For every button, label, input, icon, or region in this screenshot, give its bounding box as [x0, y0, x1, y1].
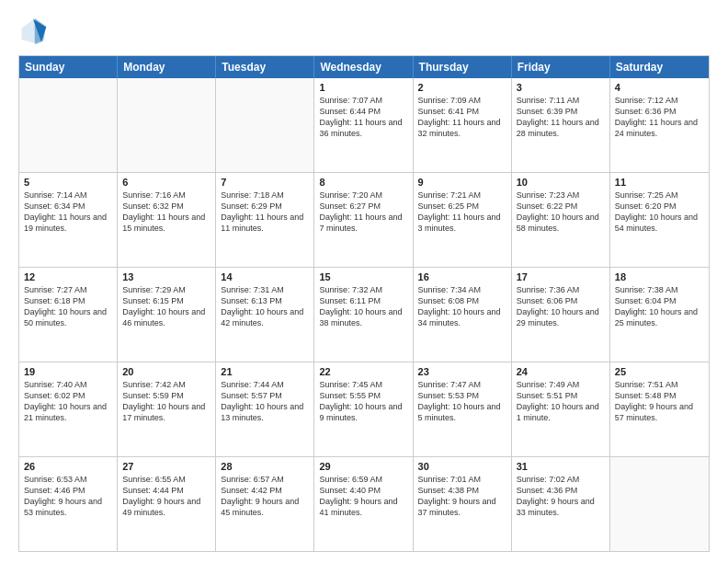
header-day-tuesday: Tuesday: [216, 56, 314, 78]
day-number: 19: [24, 366, 112, 377]
header-day-monday: Monday: [118, 56, 216, 78]
day-info: Sunrise: 7:12 AM Sunset: 6:36 PM Dayligh…: [615, 95, 704, 140]
day-23: 23Sunrise: 7:47 AM Sunset: 5:53 PM Dayli…: [414, 362, 512, 456]
day-14: 14Sunrise: 7:31 AM Sunset: 6:13 PM Dayli…: [216, 268, 314, 362]
day-info: Sunrise: 7:36 AM Sunset: 6:06 PM Dayligh…: [517, 284, 605, 329]
day-info: Sunrise: 6:55 AM Sunset: 4:44 PM Dayligh…: [122, 474, 210, 519]
logo-icon: [18, 17, 48, 46]
day-6: 6Sunrise: 7:16 AM Sunset: 6:32 PM Daylig…: [118, 173, 216, 267]
header-day-friday: Friday: [512, 56, 610, 78]
day-info: Sunrise: 7:09 AM Sunset: 6:41 PM Dayligh…: [418, 95, 506, 140]
day-info: Sunrise: 6:57 AM Sunset: 4:42 PM Dayligh…: [221, 474, 309, 519]
day-28: 28Sunrise: 6:57 AM Sunset: 4:42 PM Dayli…: [216, 457, 314, 551]
day-number: 27: [122, 461, 210, 472]
day-number: 3: [517, 82, 605, 93]
day-7: 7Sunrise: 7:18 AM Sunset: 6:29 PM Daylig…: [216, 173, 314, 267]
empty-cell: [19, 78, 118, 172]
day-number: 11: [615, 177, 704, 188]
day-info: Sunrise: 7:14 AM Sunset: 6:34 PM Dayligh…: [24, 190, 112, 235]
day-21: 21Sunrise: 7:44 AM Sunset: 5:57 PM Dayli…: [216, 362, 314, 456]
day-number: 13: [122, 271, 210, 282]
day-5: 5Sunrise: 7:14 AM Sunset: 6:34 PM Daylig…: [19, 173, 118, 267]
day-number: 30: [418, 461, 506, 472]
day-number: 14: [221, 271, 309, 282]
day-2: 2Sunrise: 7:09 AM Sunset: 6:41 PM Daylig…: [414, 78, 512, 172]
day-10: 10Sunrise: 7:23 AM Sunset: 6:22 PM Dayli…: [512, 173, 610, 267]
day-number: 6: [122, 177, 210, 188]
day-26: 26Sunrise: 6:53 AM Sunset: 4:46 PM Dayli…: [19, 457, 118, 551]
day-number: 23: [418, 366, 506, 377]
day-info: Sunrise: 7:32 AM Sunset: 6:11 PM Dayligh…: [319, 284, 407, 329]
day-info: Sunrise: 7:31 AM Sunset: 6:13 PM Dayligh…: [221, 284, 309, 329]
day-number: 7: [221, 177, 309, 188]
day-number: 31: [517, 461, 605, 472]
day-8: 8Sunrise: 7:20 AM Sunset: 6:27 PM Daylig…: [314, 173, 413, 267]
day-number: 15: [319, 271, 407, 282]
day-9: 9Sunrise: 7:21 AM Sunset: 6:25 PM Daylig…: [414, 173, 512, 267]
day-info: Sunrise: 7:20 AM Sunset: 6:27 PM Dayligh…: [319, 190, 407, 235]
day-number: 16: [418, 271, 506, 282]
day-24: 24Sunrise: 7:49 AM Sunset: 5:51 PM Dayli…: [512, 362, 610, 456]
day-info: Sunrise: 6:59 AM Sunset: 4:40 PM Dayligh…: [319, 474, 407, 519]
day-number: 26: [24, 461, 112, 472]
day-27: 27Sunrise: 6:55 AM Sunset: 4:44 PM Dayli…: [118, 457, 216, 551]
day-number: 12: [24, 271, 112, 282]
header-day-wednesday: Wednesday: [314, 56, 413, 78]
day-18: 18Sunrise: 7:38 AM Sunset: 6:04 PM Dayli…: [610, 268, 709, 362]
day-15: 15Sunrise: 7:32 AM Sunset: 6:11 PM Dayli…: [314, 268, 413, 362]
day-number: 8: [319, 177, 407, 188]
day-info: Sunrise: 7:21 AM Sunset: 6:25 PM Dayligh…: [418, 190, 506, 235]
day-info: Sunrise: 7:27 AM Sunset: 6:18 PM Dayligh…: [24, 284, 112, 329]
calendar: SundayMondayTuesdayWednesdayThursdayFrid…: [18, 55, 710, 552]
empty-cell: [216, 78, 314, 172]
day-info: Sunrise: 7:45 AM Sunset: 5:55 PM Dayligh…: [319, 379, 407, 424]
day-number: 2: [418, 82, 506, 93]
day-info: Sunrise: 7:25 AM Sunset: 6:20 PM Dayligh…: [615, 190, 704, 235]
day-number: 4: [615, 82, 704, 93]
calendar-header: SundayMondayTuesdayWednesdayThursdayFrid…: [19, 56, 709, 78]
day-number: 28: [221, 461, 309, 472]
empty-cell: [118, 78, 216, 172]
day-number: 1: [319, 82, 407, 93]
day-info: Sunrise: 7:16 AM Sunset: 6:32 PM Dayligh…: [122, 190, 210, 235]
day-info: Sunrise: 7:29 AM Sunset: 6:15 PM Dayligh…: [122, 284, 210, 329]
day-number: 22: [319, 366, 407, 377]
day-20: 20Sunrise: 7:42 AM Sunset: 5:59 PM Dayli…: [118, 362, 216, 456]
day-22: 22Sunrise: 7:45 AM Sunset: 5:55 PM Dayli…: [314, 362, 413, 456]
day-info: Sunrise: 7:49 AM Sunset: 5:51 PM Dayligh…: [517, 379, 605, 424]
calendar-body: 1Sunrise: 7:07 AM Sunset: 6:44 PM Daylig…: [19, 78, 709, 551]
calendar-row-2: 5Sunrise: 7:14 AM Sunset: 6:34 PM Daylig…: [19, 173, 709, 268]
day-info: Sunrise: 7:38 AM Sunset: 6:04 PM Dayligh…: [615, 284, 704, 329]
day-number: 21: [221, 366, 309, 377]
day-16: 16Sunrise: 7:34 AM Sunset: 6:08 PM Dayli…: [414, 268, 512, 362]
day-3: 3Sunrise: 7:11 AM Sunset: 6:39 PM Daylig…: [512, 78, 610, 172]
day-info: Sunrise: 7:51 AM Sunset: 5:48 PM Dayligh…: [615, 379, 704, 424]
day-1: 1Sunrise: 7:07 AM Sunset: 6:44 PM Daylig…: [314, 78, 413, 172]
day-info: Sunrise: 7:42 AM Sunset: 5:59 PM Dayligh…: [122, 379, 210, 424]
day-info: Sunrise: 7:34 AM Sunset: 6:08 PM Dayligh…: [418, 284, 506, 329]
day-info: Sunrise: 7:01 AM Sunset: 4:38 PM Dayligh…: [418, 474, 506, 519]
day-number: 29: [319, 461, 407, 472]
day-13: 13Sunrise: 7:29 AM Sunset: 6:15 PM Dayli…: [118, 268, 216, 362]
day-info: Sunrise: 7:18 AM Sunset: 6:29 PM Dayligh…: [221, 190, 309, 235]
day-30: 30Sunrise: 7:01 AM Sunset: 4:38 PM Dayli…: [414, 457, 512, 551]
calendar-row-5: 26Sunrise: 6:53 AM Sunset: 4:46 PM Dayli…: [19, 457, 709, 551]
day-19: 19Sunrise: 7:40 AM Sunset: 6:02 PM Dayli…: [19, 362, 118, 456]
header-day-saturday: Saturday: [610, 56, 709, 78]
day-number: 18: [615, 271, 704, 282]
day-29: 29Sunrise: 6:59 AM Sunset: 4:40 PM Dayli…: [314, 457, 413, 551]
calendar-row-1: 1Sunrise: 7:07 AM Sunset: 6:44 PM Daylig…: [19, 78, 709, 173]
day-17: 17Sunrise: 7:36 AM Sunset: 6:06 PM Dayli…: [512, 268, 610, 362]
day-12: 12Sunrise: 7:27 AM Sunset: 6:18 PM Dayli…: [19, 268, 118, 362]
day-number: 17: [517, 271, 605, 282]
day-info: Sunrise: 7:11 AM Sunset: 6:39 PM Dayligh…: [517, 95, 605, 140]
day-info: Sunrise: 6:53 AM Sunset: 4:46 PM Dayligh…: [24, 474, 112, 519]
day-info: Sunrise: 7:23 AM Sunset: 6:22 PM Dayligh…: [517, 190, 605, 235]
logo: [18, 17, 53, 46]
day-31: 31Sunrise: 7:02 AM Sunset: 4:36 PM Dayli…: [512, 457, 610, 551]
day-number: 24: [517, 366, 605, 377]
day-number: 10: [517, 177, 605, 188]
day-info: Sunrise: 7:40 AM Sunset: 6:02 PM Dayligh…: [24, 379, 112, 424]
page-header: [18, 17, 710, 46]
day-info: Sunrise: 7:02 AM Sunset: 4:36 PM Dayligh…: [517, 474, 605, 519]
